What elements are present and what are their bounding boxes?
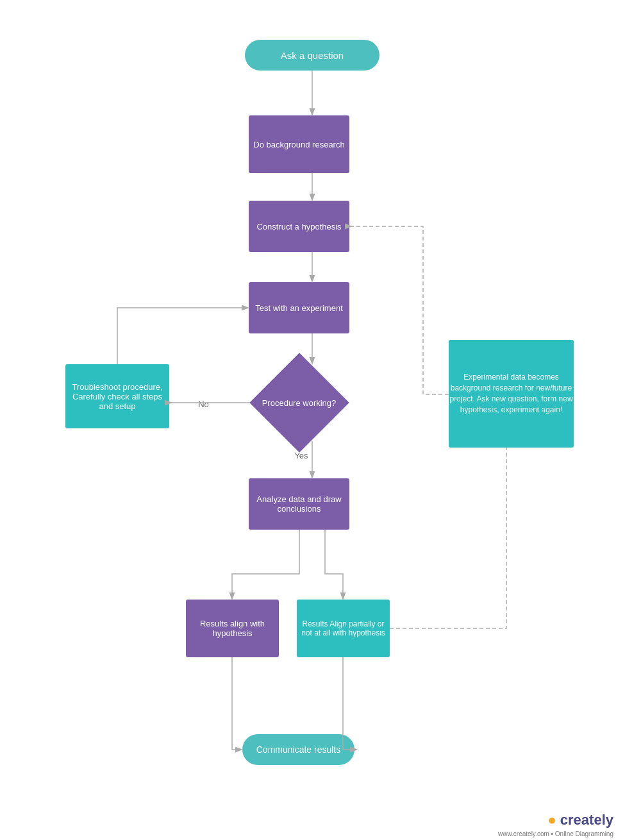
ask-question-shape: Ask a question	[245, 40, 379, 71]
construct-hypothesis-shape: Construct a hypothesis	[249, 201, 349, 252]
watermark-url: www.creately.com • Online Diagramming	[498, 830, 613, 837]
background-research-shape: Do background research	[249, 115, 349, 173]
procedure-working-diamond: Procedure working?	[249, 364, 349, 441]
results-partial-shape: Results Align partially or not at all wi…	[297, 600, 390, 657]
creately-logo: ● creately	[547, 812, 613, 828]
results-align-shape: Results align with hypothesis	[186, 600, 279, 657]
watermark: ● creately www.creately.com • Online Dia…	[547, 812, 613, 828]
experimental-data-shape: Experimental data becomes background res…	[449, 340, 574, 448]
analyze-data-shape: Analyze data and draw conclusions	[249, 478, 349, 530]
no-label: No	[192, 398, 215, 410]
creately-dot: ●	[547, 812, 556, 828]
test-experiment-shape: Test with an experiment	[249, 282, 349, 333]
troubleshoot-shape: Troubleshoot procedure, Carefully check …	[65, 364, 169, 428]
yes-label: Yes	[288, 449, 314, 462]
communicate-results-shape: Communicate results	[242, 734, 354, 765]
